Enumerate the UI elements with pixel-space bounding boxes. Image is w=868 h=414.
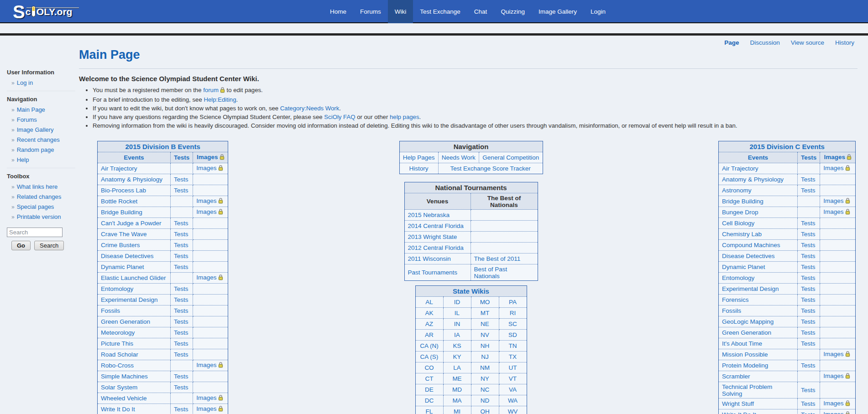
nav-item-home[interactable]: Home: [323, 0, 353, 23]
sidebar-link-main-page[interactable]: Main Page: [17, 106, 45, 113]
state-link-ut[interactable]: UT: [509, 364, 517, 371]
state-link-il[interactable]: IL: [455, 310, 460, 316]
event-link[interactable]: Air Trajectory: [101, 165, 137, 172]
state-link-ny[interactable]: NY: [481, 375, 489, 382]
tests-link[interactable]: Tests: [801, 231, 816, 238]
state-link-ca-n-[interactable]: CA (N): [420, 342, 439, 349]
tests-link[interactable]: Tests: [801, 176, 816, 183]
sidebar-link-what-links-here[interactable]: What links here: [17, 183, 58, 190]
nav-link-general-competition[interactable]: General Competition: [482, 154, 539, 161]
event-link[interactable]: Road Scholar: [101, 351, 138, 358]
event-link[interactable]: Bio-Process Lab: [101, 187, 146, 194]
event-link[interactable]: Crave The Wave: [101, 231, 147, 238]
event-link[interactable]: Elastic Launched Glider: [101, 274, 166, 281]
sidebar-link-random-page[interactable]: Random page: [17, 146, 54, 153]
tests-link[interactable]: Tests: [174, 329, 188, 336]
event-link[interactable]: Forensics: [722, 296, 749, 303]
sidebar-link-recent-changes[interactable]: Recent changes: [17, 136, 60, 143]
event-link[interactable]: Anatomy & Physiology: [722, 176, 784, 183]
sidebar-link-printable-version[interactable]: Printable version: [17, 213, 61, 220]
state-wikis-title-link[interactable]: State Wikis: [453, 287, 489, 295]
images-header-link[interactable]: Images: [197, 154, 218, 160]
venue-link[interactable]: Past Tournaments: [408, 269, 458, 276]
state-link-dc[interactable]: DC: [425, 397, 434, 404]
nav-item-login[interactable]: Login: [584, 0, 612, 23]
state-link-la[interactable]: LA: [453, 364, 461, 371]
state-link-md[interactable]: MD: [452, 386, 462, 393]
inline-link-scioly-faq[interactable]: SciOly FAQ: [324, 114, 355, 120]
tests-link[interactable]: Tests: [174, 384, 188, 391]
tests-link[interactable]: Tests: [174, 285, 188, 292]
tests-link[interactable]: Tests: [174, 220, 188, 227]
event-link[interactable]: Entomology: [722, 274, 754, 281]
state-link-wv[interactable]: WV: [508, 408, 518, 414]
images-link[interactable]: Images: [823, 400, 843, 407]
nav-item-wiki[interactable]: Wiki: [388, 0, 413, 23]
event-link[interactable]: Bungee Drop: [722, 209, 758, 216]
state-link-oh[interactable]: OH: [480, 408, 489, 414]
event-link[interactable]: Picture This: [101, 340, 133, 347]
venue-link[interactable]: 2013 Wright State: [408, 233, 457, 240]
tests-link[interactable]: Tests: [801, 411, 816, 414]
tests-link[interactable]: Tests: [801, 253, 816, 259]
state-link-ky[interactable]: KY: [453, 353, 461, 360]
event-link[interactable]: Green Generation: [722, 329, 771, 336]
state-link-al[interactable]: AL: [425, 299, 433, 305]
go-button[interactable]: Go: [11, 241, 31, 250]
state-link-me[interactable]: ME: [452, 375, 461, 382]
search-input[interactable]: [7, 228, 63, 237]
event-link[interactable]: Bridge Building: [722, 198, 763, 205]
tests-link[interactable]: Tests: [801, 329, 816, 336]
nav-link-help-pages[interactable]: Help Pages: [403, 154, 435, 161]
venue-link[interactable]: 2014 Central Florida: [408, 223, 464, 229]
images-link[interactable]: Images: [196, 362, 216, 368]
state-link-va[interactable]: VA: [509, 386, 517, 393]
tests-link[interactable]: Tests: [174, 176, 188, 183]
event-link[interactable]: Solar System: [101, 384, 137, 391]
state-link-ks[interactable]: KS: [453, 342, 461, 349]
tests-link[interactable]: Tests: [801, 400, 816, 407]
event-link[interactable]: Bottle Rocket: [101, 198, 137, 205]
event-link[interactable]: Mission Possible: [722, 351, 768, 358]
best-link[interactable]: Best of Past Nationals: [474, 266, 507, 279]
event-link[interactable]: Anatomy & Physiology: [101, 176, 162, 183]
best-link[interactable]: The Best of 2011: [474, 255, 521, 262]
tests-link[interactable]: Tests: [174, 253, 188, 259]
images-link[interactable]: Images: [196, 274, 216, 281]
state-link-tn[interactable]: TN: [509, 342, 517, 349]
state-link-ma[interactable]: MA: [452, 397, 461, 404]
inline-link-help-editing[interactable]: Help:Editing: [204, 96, 236, 103]
event-link[interactable]: Protein Modeling: [722, 362, 768, 369]
site-logo[interactable]: ScOLY.org: [13, 1, 72, 22]
tests-link[interactable]: Tests: [801, 362, 816, 369]
tests-link[interactable]: Tests: [174, 307, 188, 314]
tests-link[interactable]: Tests: [174, 231, 188, 238]
nav-link-needs-work[interactable]: Needs Work: [442, 154, 476, 161]
tests-link[interactable]: Tests: [801, 285, 816, 292]
event-link[interactable]: Cell Biology: [722, 220, 754, 227]
event-link[interactable]: Bridge Building: [101, 209, 142, 216]
tests-link[interactable]: Tests: [801, 264, 816, 270]
event-link[interactable]: Can't Judge a Powder: [101, 220, 161, 227]
state-link-nd[interactable]: ND: [481, 397, 490, 404]
event-link[interactable]: Scrambler: [722, 373, 750, 380]
sidebar-link-special-pages[interactable]: Special pages: [17, 203, 54, 210]
sidebar-link-help[interactable]: Help: [17, 156, 29, 163]
event-link[interactable]: Wright Stuff: [722, 400, 754, 407]
state-link-wa[interactable]: WA: [508, 397, 518, 404]
tests-link[interactable]: Tests: [174, 406, 188, 413]
sidebar-link-image-gallery[interactable]: Image Gallery: [17, 126, 54, 133]
tests-link[interactable]: Tests: [801, 318, 816, 325]
images-header-link[interactable]: Images: [824, 154, 846, 160]
state-link-nj[interactable]: NJ: [481, 353, 489, 360]
state-link-mi[interactable]: MI: [454, 408, 460, 414]
event-link[interactable]: Simple Machines: [101, 373, 148, 380]
inline-link-category-needs-work[interactable]: Category:Needs Work: [280, 105, 340, 112]
tests-link[interactable]: Tests: [801, 242, 816, 248]
images-link[interactable]: Images: [196, 197, 216, 204]
state-link-co[interactable]: CO: [424, 364, 434, 371]
tests-link[interactable]: Tests: [174, 187, 188, 194]
tests-link[interactable]: Tests: [174, 242, 188, 248]
state-link-ak[interactable]: AK: [425, 310, 433, 316]
nav-item-test-exchange[interactable]: Test Exchange: [413, 0, 467, 23]
